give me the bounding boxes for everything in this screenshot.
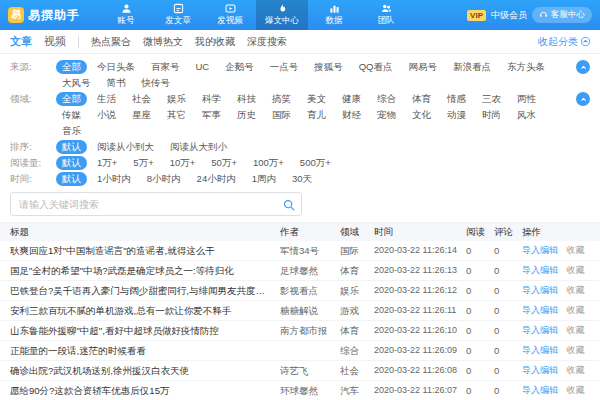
reads-chip[interactable]: 50万+	[205, 156, 243, 170]
domain-chip[interactable]: 时尚	[476, 108, 507, 122]
source-chip[interactable]: 简书	[101, 76, 132, 90]
domain-chip[interactable]: 健康	[336, 92, 367, 106]
search-icon[interactable]	[283, 197, 295, 215]
time-chip[interactable]: 1小时内	[91, 172, 137, 186]
import-edit-button[interactable]: 导入编辑	[522, 345, 558, 355]
source-chip[interactable]: 今日头条	[91, 60, 141, 74]
reads-chip[interactable]: 5万+	[127, 156, 159, 170]
domain-chip[interactable]: 全部	[56, 92, 87, 106]
domain-chip[interactable]: 国际	[266, 108, 297, 122]
search-input[interactable]	[10, 192, 302, 216]
favorite-button[interactable]: 收藏	[567, 325, 585, 335]
subnav-link[interactable]: 我的收藏	[195, 35, 235, 49]
subnav-link[interactable]: 深度搜索	[247, 35, 287, 49]
domain-chip[interactable]: 风水	[511, 108, 542, 122]
domain-chip[interactable]: 音乐	[56, 124, 87, 138]
domain-chip[interactable]: 历史	[231, 108, 262, 122]
import-edit-button[interactable]: 导入编辑	[522, 365, 558, 375]
favorite-button[interactable]: 收藏	[567, 285, 585, 295]
domain-chip[interactable]: 小说	[91, 108, 122, 122]
tab-videos[interactable]: 视频	[44, 34, 66, 49]
domain-chip[interactable]: 三农	[476, 92, 507, 106]
time-chip[interactable]: 1周内	[246, 172, 282, 186]
article-title[interactable]: 巴铁登台?吴千语再入豪门与阔少甜蜜同行,与绯闻男友共度豪门生活	[10, 281, 280, 300]
domain-chip[interactable]: 社会	[126, 92, 157, 106]
reads-chip[interactable]: 默认	[56, 156, 87, 170]
nav-account[interactable]: 账号	[100, 0, 152, 30]
article-title[interactable]: 正能量的一段话,迷茫的时候看看	[10, 341, 280, 360]
article-title[interactable]: 确诊出院?武汉机场送别,徐州援汉白衣天使	[10, 361, 280, 380]
favorite-button[interactable]: 收藏	[567, 245, 585, 255]
subnav-link[interactable]: 微博热文	[143, 35, 183, 49]
favorite-button[interactable]: 收藏	[567, 365, 585, 375]
collapse-source-button[interactable]	[576, 60, 590, 74]
domain-chip[interactable]: 科学	[196, 92, 227, 106]
article-title[interactable]: 山东鲁能外援聊"中超",看好中超球员做好疫情防控	[10, 321, 280, 340]
time-chip[interactable]: 24小时内	[191, 172, 242, 186]
source-chip[interactable]: 一点号	[264, 60, 305, 74]
source-chip[interactable]: 快传号	[136, 76, 177, 90]
nav-team[interactable]: 团队	[360, 0, 412, 30]
domain-chip[interactable]: 宠物	[371, 108, 402, 122]
app-logo[interactable]: 易 易撰助手	[8, 7, 100, 24]
domain-chip[interactable]: 综合	[371, 92, 402, 106]
nav-data[interactable]: 数据	[308, 0, 360, 30]
domain-chip[interactable]: 文化	[406, 108, 437, 122]
reads-chip[interactable]: 10万+	[164, 156, 202, 170]
favorite-button[interactable]: 收藏	[567, 265, 585, 275]
domain-chip[interactable]: 情感	[441, 92, 472, 106]
favorite-button[interactable]: 收藏	[567, 385, 585, 395]
source-chip[interactable]: 搜狐号	[308, 60, 349, 74]
favorite-button[interactable]: 收藏	[567, 345, 585, 355]
domain-chip[interactable]: 体育	[406, 92, 437, 106]
domain-chip[interactable]: 生活	[91, 92, 122, 106]
favorite-button[interactable]: 收藏	[567, 305, 585, 315]
article-title[interactable]: 安利三款百玩不腻的单机游戏,总有一款让你爱不释手	[10, 301, 280, 320]
domain-chip[interactable]: 财经	[336, 108, 367, 122]
domain-chip[interactable]: 育儿	[301, 108, 332, 122]
source-chip[interactable]: 企鹅号	[219, 60, 260, 74]
import-edit-button[interactable]: 导入编辑	[522, 385, 558, 395]
domain-chip[interactable]: 两性	[511, 92, 542, 106]
collapse-domain-button[interactable]	[576, 92, 590, 106]
article-title[interactable]: 愿给90分?这款合资轿车优惠后仅15万	[10, 381, 280, 400]
import-edit-button[interactable]: 导入编辑	[522, 265, 558, 275]
time-chip[interactable]: 默认	[56, 172, 87, 186]
time-chip[interactable]: 8小时内	[141, 172, 187, 186]
reads-chip[interactable]: 500万+	[294, 156, 337, 170]
domain-chip[interactable]: 动漫	[441, 108, 472, 122]
domain-chip[interactable]: 搞笑	[266, 92, 297, 106]
import-edit-button[interactable]: 导入编辑	[522, 285, 558, 295]
domain-chip[interactable]: 星座	[126, 108, 157, 122]
domain-chip[interactable]: 军事	[196, 108, 227, 122]
domain-chip[interactable]: 传媒	[56, 108, 87, 122]
source-chip[interactable]: QQ看点	[353, 60, 399, 74]
nav-hot-articles[interactable]: 爆文中心	[256, 0, 308, 30]
reads-chip[interactable]: 1万+	[91, 156, 123, 170]
source-chip[interactable]: 全部	[56, 60, 87, 74]
sort-chip[interactable]: 阅读从小到大	[91, 140, 160, 154]
article-title[interactable]: 国足"全村的希望"中场?武磊是确定球员之一:等待归化	[10, 261, 280, 280]
source-chip[interactable]: 东方头条	[501, 60, 551, 74]
source-chip[interactable]: 大风号	[56, 76, 97, 90]
reads-chip[interactable]: 100万+	[247, 156, 290, 170]
sort-chip[interactable]: 阅读从大到小	[164, 140, 233, 154]
import-edit-button[interactable]: 导入编辑	[522, 305, 558, 315]
tab-articles[interactable]: 文章	[10, 34, 32, 49]
article-title[interactable]: 耿爽回应1对"中国制造谣言"的造谣者,就得这么干	[10, 241, 280, 260]
domain-chip[interactable]: 美文	[301, 92, 332, 106]
collapse-categories-button[interactable]: 收起分类	[538, 35, 590, 49]
nav-publish-video[interactable]: 发视频	[204, 0, 256, 30]
source-chip[interactable]: 百家号	[145, 60, 186, 74]
support-button[interactable]: 客服中心	[532, 7, 592, 23]
subnav-link[interactable]: 热点聚合	[91, 35, 131, 49]
sort-chip[interactable]: 默认	[56, 140, 87, 154]
import-edit-button[interactable]: 导入编辑	[522, 325, 558, 335]
source-chip[interactable]: 网易号	[403, 60, 444, 74]
nav-publish-article[interactable]: 发文章	[152, 0, 204, 30]
domain-chip[interactable]: 科技	[231, 92, 262, 106]
import-edit-button[interactable]: 导入编辑	[522, 245, 558, 255]
domain-chip[interactable]: 娱乐	[161, 92, 192, 106]
source-chip[interactable]: UC	[190, 60, 216, 74]
domain-chip[interactable]: 其它	[161, 108, 192, 122]
